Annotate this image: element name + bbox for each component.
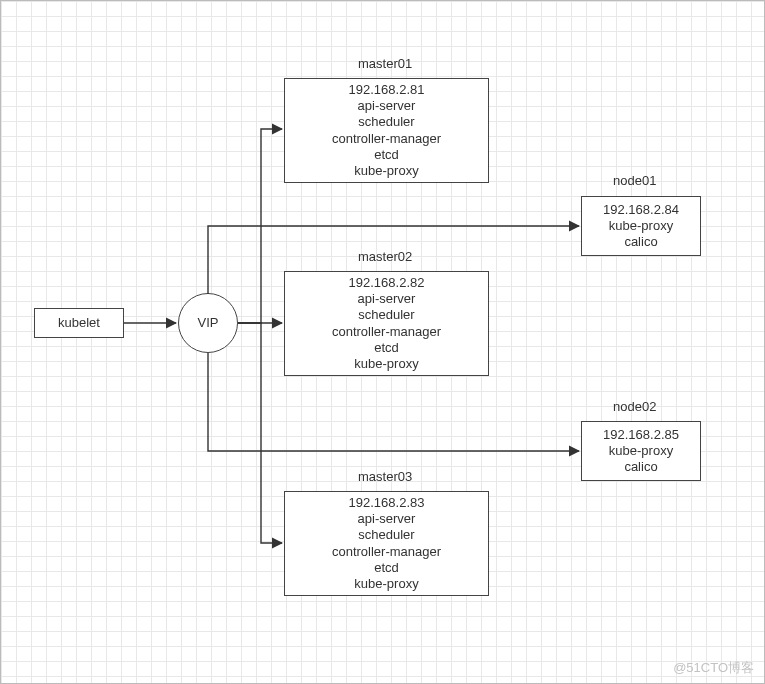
vip-label: VIP: [198, 315, 219, 331]
node02-line-0: kube-proxy: [609, 443, 673, 459]
master03-line-4: kube-proxy: [354, 576, 418, 592]
master03-line-2: controller-manager: [332, 544, 441, 560]
master03-line-1: scheduler: [358, 527, 414, 543]
watermark: @51CTO博客: [673, 659, 754, 677]
node01-title: node01: [613, 173, 656, 188]
edge-vip-to-master03: [238, 323, 282, 543]
node02-ip: 192.168.2.85: [603, 427, 679, 443]
master03-ip: 192.168.2.83: [349, 495, 425, 511]
master02-ip: 192.168.2.82: [349, 275, 425, 291]
master02-line-0: api-server: [358, 291, 416, 307]
master01-line-4: kube-proxy: [354, 163, 418, 179]
node-master03: 192.168.2.83 api-server scheduler contro…: [284, 491, 489, 596]
master01-line-2: controller-manager: [332, 131, 441, 147]
node-master01: 192.168.2.81 api-server scheduler contro…: [284, 78, 489, 183]
master02-title: master02: [358, 249, 412, 264]
master02-line-2: controller-manager: [332, 324, 441, 340]
master03-line-0: api-server: [358, 511, 416, 527]
master03-line-3: etcd: [374, 560, 399, 576]
node02-title: node02: [613, 399, 656, 414]
edge-vip-to-master01: [238, 129, 282, 323]
node01-ip: 192.168.2.84: [603, 202, 679, 218]
kubelet-label: kubelet: [58, 315, 100, 331]
master02-line-1: scheduler: [358, 307, 414, 323]
master01-line-0: api-server: [358, 98, 416, 114]
node02-line-1: calico: [624, 459, 657, 475]
master01-ip: 192.168.2.81: [349, 82, 425, 98]
master02-line-4: kube-proxy: [354, 356, 418, 372]
master01-title: master01: [358, 56, 412, 71]
node01-line-1: calico: [624, 234, 657, 250]
master02-line-3: etcd: [374, 340, 399, 356]
node-kubelet: kubelet: [34, 308, 124, 338]
diagram-canvas: kubelet VIP master01 192.168.2.81 api-se…: [0, 0, 765, 684]
master01-line-1: scheduler: [358, 114, 414, 130]
master03-title: master03: [358, 469, 412, 484]
node-master02: 192.168.2.82 api-server scheduler contro…: [284, 271, 489, 376]
node-node02: 192.168.2.85 kube-proxy calico: [581, 421, 701, 481]
node01-line-0: kube-proxy: [609, 218, 673, 234]
node-node01: 192.168.2.84 kube-proxy calico: [581, 196, 701, 256]
node-vip: VIP: [178, 293, 238, 353]
master01-line-3: etcd: [374, 147, 399, 163]
